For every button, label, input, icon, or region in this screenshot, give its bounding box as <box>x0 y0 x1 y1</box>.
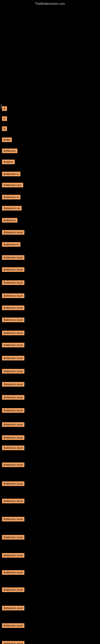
bottleneck-result-item: Bottleneck result <box>2 230 24 235</box>
bottleneck-result-item: Bottleneck result <box>2 462 24 467</box>
bottleneck-result-item: Bottleneck result <box>2 408 24 413</box>
bottleneck-result-item: Bottleneck result <box>2 294 24 298</box>
bottleneck-result-item: Bottleneck result <box>2 553 24 558</box>
bottleneck-result-item: Bottleneck result <box>2 280 24 285</box>
bottleneck-result-item: B <box>2 126 7 131</box>
bottleneck-result-item: Bottleneck result <box>2 255 24 260</box>
bottleneck-result-item: Bottleneck <box>2 218 17 222</box>
bottleneck-result-item: Bottleneck resu <box>2 183 23 187</box>
bottleneck-result-item: Bottleneck result <box>2 395 24 400</box>
bottleneck-result-item: Bottleneck result <box>2 570 24 575</box>
site-title: TheBottlenecker.com <box>0 0 100 8</box>
bottleneck-result-item: E <box>2 116 7 121</box>
bottleneck-result-item: Bottleneck result <box>2 422 24 427</box>
bottleneck-result-item: Bottleneck result <box>2 482 24 486</box>
bottleneck-result-item: Bottleneck <box>2 148 17 153</box>
bottleneck-result-item: Bottleneck result <box>2 382 24 386</box>
bottleneck-result-item: Bottleneck result <box>2 331 24 335</box>
bottleneck-result-item: Bottleneck result <box>2 623 24 628</box>
bottleneck-result-item: Bottleneck result <box>2 588 24 592</box>
bottleneck-result-item: Bottleneck result <box>2 641 24 644</box>
bottleneck-result-item: Bottle <box>2 138 12 142</box>
bottleneck-result-item: Bottleneck result <box>2 318 24 322</box>
bottleneck-result-item: Bottleneck result <box>2 435 24 440</box>
bottleneck-result-item: Bottleneck result <box>2 606 24 610</box>
bottleneck-result-item: Bottleneck result <box>2 499 24 503</box>
bottleneck-result-item: Bottleneck result <box>2 446 24 450</box>
bottleneck-result-item: B <box>2 106 7 111</box>
bottleneck-result-item: Bottleneck re <box>2 195 20 200</box>
bottleneck-result-item: Bottleneck re <box>2 242 20 247</box>
bottleneck-result-item: Bottleneck res <box>2 206 22 210</box>
bottleneck-result-item: Bottleneck result <box>2 267 24 272</box>
bottleneck-result-item: Bottleneck result <box>2 517 24 522</box>
bottleneck-result-item: Bottlene <box>2 160 15 164</box>
bottleneck-result-item: Bottleneck result <box>2 535 24 540</box>
bottleneck-result-item: Bottleneck result <box>2 369 24 374</box>
bottleneck-result-item: Bottleneck result <box>2 356 24 360</box>
bottleneck-result-item: Bottleneck result <box>2 306 24 310</box>
bottleneck-result-item: Bottleneck result <box>2 343 24 347</box>
bottleneck-result-item: Bottleneck re <box>2 172 20 176</box>
